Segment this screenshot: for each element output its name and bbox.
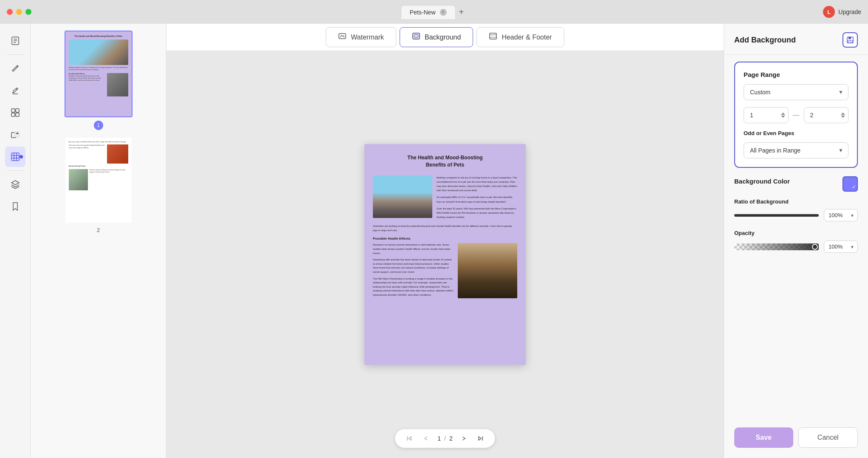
watermark-icon [338,32,347,42]
svg-rect-20 [490,33,496,39]
page-indicator: 1 / 2 [437,435,452,442]
tab-close-button[interactable]: × [440,9,447,16]
next-page-button[interactable] [458,433,470,444]
thumb-img-1 [69,40,128,65]
range-from-down-arrow[interactable] [781,116,785,118]
svg-rect-24 [848,37,851,39]
thumbnail-page-1: The Health and Mood-Boosting Benefits of… [65,31,132,116]
sidebar-item-pages[interactable] [5,102,25,123]
odd-even-select[interactable]: All Pages in Range Odd Pages Only Even P… [744,142,848,158]
minimize-button[interactable] [16,9,22,15]
upgrade-button[interactable]: L Upgrade [823,6,861,18]
divider-1 [7,54,24,55]
sidebar-item-layers[interactable] [5,174,25,195]
sidebar-item-document[interactable] [5,31,25,51]
ratio-slider-fill [734,214,819,217]
range-from-wrapper [744,107,789,123]
sidebar-item-enhance[interactable] [5,147,25,167]
tab-header-footer[interactable]: Header & Footer [476,27,564,47]
thumb-content-2: As a furry, scaly, or feathered friend, … [65,138,132,194]
panel-title: Add Background [734,36,796,45]
sidebar-item-convert[interactable] [5,124,25,145]
prev-page-button[interactable] [420,433,432,444]
svg-rect-19 [414,34,418,38]
document-view: The Health and Mood-BoostingBenefits of … [166,51,724,458]
opacity-section: Opacity 100% 75% 50% 25% 0% [734,230,858,253]
thumb-text-3: As a furry, scaly, or feathered friend, … [69,141,128,143]
close-button[interactable] [7,9,13,15]
range-inputs: — [744,107,848,123]
thumb-section-2: There was a time when people thought tha… [69,144,128,164]
doc-main-title: The Health and Mood-BoostingBenefits of … [373,154,517,169]
svg-line-4 [16,89,17,90]
ratio-section: Ratio of Background 100% 75% 50% 25% ▼ [734,198,858,221]
header-footer-label: Header & Footer [502,34,552,41]
thumbnail-item-1[interactable]: The Health and Mood-Boosting Benefits of… [36,31,161,130]
pagination: 1 / 2 [395,429,495,448]
ratio-label: Ratio of Background [734,198,858,205]
svg-rect-12 [11,153,19,161]
page-range-select[interactable]: Custom All Pages First Page Last Page [744,84,848,100]
last-page-button[interactable] [475,433,487,444]
color-swatch[interactable]: ✓ [843,176,858,192]
ratio-value-wrapper: 100% 75% 50% 25% ▼ [824,209,858,221]
header-footer-icon [489,32,497,42]
opacity-slider-track[interactable] [734,243,819,250]
thumbnail-panel: The Health and Mood-Boosting Benefits of… [31,24,166,458]
maximize-button[interactable] [25,9,31,15]
thumb-text-1: Nothing compares to the joy of coming ho… [69,67,128,71]
svg-rect-7 [16,109,19,112]
avatar: L [823,6,835,18]
traffic-lights [7,9,31,15]
opacity-thumb[interactable] [812,244,818,250]
thumb-text-6: Pets can reduce loneliness, increase fee… [90,169,128,190]
thumbnail-badge-2: 2 [97,227,100,233]
first-page-button[interactable] [403,433,415,444]
save-button[interactable]: Save [734,427,793,448]
background-color-label: Background Color [734,178,790,185]
document-tab[interactable]: Pets-New × [401,5,456,19]
thumbnail-wrapper-2[interactable]: As a furry, scaly, or feathered friend, … [65,137,132,223]
tab-area: Pets-New × + [401,4,467,20]
right-panel: Add Background Page Range Custom All Pag… [724,24,868,458]
thumbnail-badge-1: 1 [94,121,103,130]
thumbnail-item-2[interactable]: As a furry, scaly, or feathered friend, … [36,137,161,233]
svg-rect-9 [16,113,19,116]
page-separator: / [444,435,446,442]
odd-even-select-wrapper: All Pages in Range Odd Pages Only Even P… [744,142,848,158]
divider-2 [7,170,24,171]
range-from-up-arrow[interactable] [781,113,785,115]
thumb-img-4 [69,169,88,190]
thumbnail-wrapper-1[interactable]: The Health and Mood-Boosting Benefits of… [65,31,132,117]
sidebar-item-edit[interactable] [5,58,25,79]
doc-section-title: Possible Health Effects [373,237,517,240]
doc-dogs-image [458,243,517,298]
content-area: Watermark Background [166,24,724,458]
upgrade-label: Upgrade [838,8,861,15]
main-container: The Health and Mood-Boosting Benefits of… [0,24,868,458]
cancel-button[interactable]: Cancel [798,427,858,448]
opacity-slider-row: 100% 75% 50% 25% 0% ▼ [734,240,858,253]
right-panel-content: Page Range Custom All Pages First Page L… [724,55,868,421]
tab-background[interactable]: Background [400,27,473,47]
ratio-slider-track[interactable] [734,214,819,217]
range-to-up-arrow[interactable] [841,113,845,115]
background-icon [412,32,420,42]
range-to-down-arrow[interactable] [841,116,845,118]
page-range-panel: Page Range Custom All Pages First Page L… [734,62,858,168]
opacity-value-select[interactable]: 100% 75% 50% 25% 0% [824,240,858,253]
num-arrows-from [781,113,785,118]
save-icon-button[interactable] [843,32,858,48]
total-pages: 2 [449,435,453,442]
sidebar-item-annotate[interactable] [5,80,25,101]
doc-middle-text: Scientists are looking at what the poten… [373,224,517,232]
thumb-img-3 [107,144,128,164]
ratio-value-select[interactable]: 100% 75% 50% 25% [824,209,858,221]
doc-intro-text: Nothing compares to the joy of coming ho… [437,175,517,220]
active-indicator [20,155,23,158]
add-tab-button[interactable]: + [456,4,468,20]
tab-watermark[interactable]: Watermark [326,27,396,47]
background-color-row: Background Color ✓ [734,176,858,192]
sidebar-item-bookmark[interactable] [5,196,25,217]
ratio-slider-row: 100% 75% 50% 25% ▼ [734,209,858,221]
